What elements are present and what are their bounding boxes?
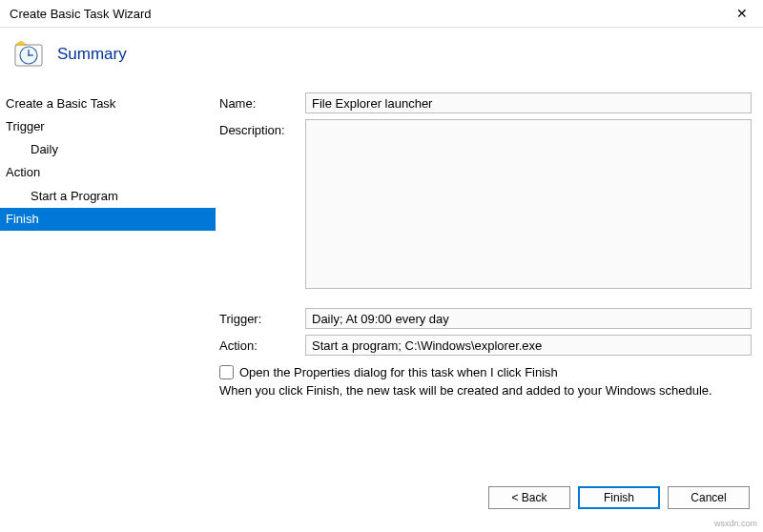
step-trigger[interactable]: Trigger (0, 115, 216, 138)
title-bar: Create Basic Task Wizard ✕ (0, 0, 763, 28)
window-title: Create Basic Task Wizard (10, 7, 152, 21)
name-field[interactable] (305, 92, 752, 113)
wizard-steps-sidebar: Create a Basic Task Trigger Daily Action… (0, 87, 216, 497)
svg-point-5 (28, 54, 30, 56)
trigger-field[interactable] (305, 308, 752, 329)
clock-icon (13, 39, 44, 70)
close-icon[interactable]: ✕ (731, 6, 753, 21)
description-label: Description: (219, 119, 305, 137)
action-field[interactable] (305, 335, 752, 356)
watermark: wsxdn.com (714, 519, 757, 528)
trigger-label: Trigger: (219, 308, 305, 326)
action-label: Action: (219, 335, 305, 353)
cancel-button[interactable]: Cancel (668, 486, 750, 509)
name-label: Name: (219, 92, 305, 111)
back-button[interactable]: < Back (488, 486, 570, 509)
summary-form: Name: Description: Trigger: Action: Open… (216, 87, 763, 497)
step-finish[interactable]: Finish (0, 208, 216, 231)
finish-info-text: When you click Finish, the new task will… (219, 383, 752, 398)
step-start-program[interactable]: Start a Program (0, 185, 216, 208)
description-field[interactable] (305, 119, 752, 289)
wizard-buttons: < Back Finish Cancel (488, 486, 750, 509)
step-action[interactable]: Action (0, 161, 216, 184)
open-properties-label[interactable]: Open the Properties dialog for this task… (239, 365, 558, 379)
step-create-basic-task[interactable]: Create a Basic Task (0, 92, 216, 115)
wizard-content: Create a Basic Task Trigger Daily Action… (0, 87, 763, 497)
step-daily[interactable]: Daily (0, 138, 216, 161)
svg-marker-1 (15, 41, 27, 45)
finish-button[interactable]: Finish (578, 486, 660, 509)
page-title: Summary (57, 45, 127, 64)
wizard-header: Summary (0, 28, 763, 87)
open-properties-checkbox[interactable] (219, 365, 234, 379)
